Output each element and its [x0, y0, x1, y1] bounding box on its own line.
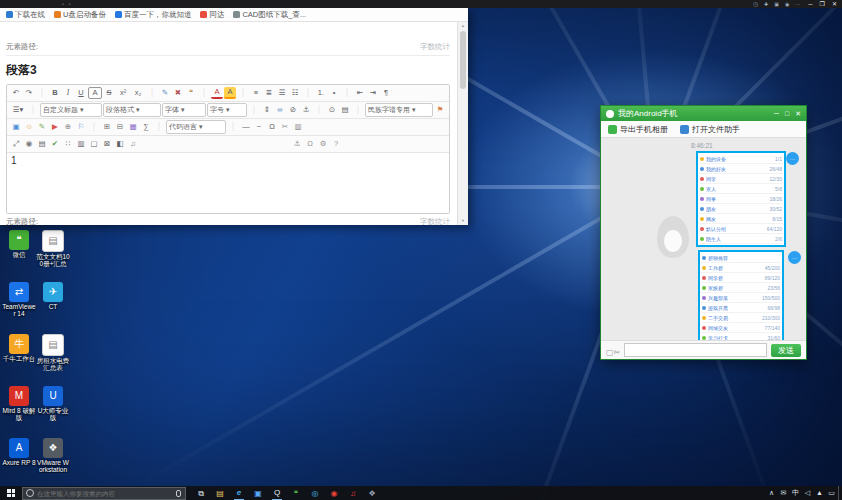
action-center-icon[interactable]: ▭ — [828, 486, 835, 500]
font-size-dropdown[interactable]: 字号 ▾ — [207, 103, 247, 117]
delete-table-icon[interactable]: ⊟ — [114, 121, 126, 133]
browser-menu-icon[interactable]: ⋯ — [795, 0, 800, 8]
line-height-icon[interactable]: ⇕ — [261, 104, 273, 116]
desktop-icon[interactable]: 牛 千牛工作台 — [2, 334, 36, 369]
extension-icon[interactable]: ▣ — [774, 0, 779, 8]
task-view-icon[interactable]: ⧉ — [196, 487, 206, 500]
desktop-icon[interactable]: ▤ 范文文档100册+汇总 — [36, 230, 70, 265]
superscript-icon[interactable]: x² — [116, 87, 130, 99]
horizontal-rule-icon[interactable]: — — [240, 121, 252, 133]
bookmark-item[interactable]: CAD图纸下载_查... — [233, 10, 306, 20]
desktop-icon[interactable]: ❝ 微信 — [2, 230, 36, 265]
scrawl-icon[interactable]: ✎ — [36, 121, 48, 133]
scrollbar[interactable]: ▲ ▼ — [457, 22, 468, 225]
bookmark-item[interactable]: 百度一下，你就知道 — [115, 10, 192, 20]
phone-screenshot-message[interactable]: 我的设备 1/1 我的好友 26/48 同学 12/30 — [696, 151, 786, 247]
vmware-icon[interactable]: ❖ — [367, 487, 377, 500]
print-icon[interactable]: ▤ — [339, 104, 351, 116]
edge-icon[interactable]: e — [234, 486, 244, 500]
chat-bubble-icon[interactable]: … — [788, 251, 801, 264]
omega-icon[interactable]: Ω — [304, 138, 316, 150]
chrome-icon[interactable]: ◉ — [329, 487, 339, 500]
image-icon[interactable]: ▣ — [10, 121, 22, 133]
insert-table-icon[interactable]: ⊞ — [101, 121, 113, 133]
link-icon[interactable]: ∞ — [274, 104, 286, 116]
paste-icon[interactable]: ▥ — [292, 121, 304, 133]
fullscreen-icon[interactable]: ⤢ — [10, 138, 22, 150]
font-color-icon[interactable]: A — [211, 87, 223, 99]
italic-icon[interactable]: I — [62, 87, 74, 99]
settings-icon[interactable]: ⚙ — [317, 138, 329, 150]
screenshot-icon[interactable]: ✂ — [614, 348, 621, 357]
minimize-button[interactable]: ─ — [774, 110, 779, 118]
bookmark-item[interactable]: 下载在线 — [6, 10, 45, 20]
microphone-icon[interactable] — [176, 490, 181, 497]
outdent-icon[interactable]: ⇤ — [354, 87, 366, 99]
maximize-button[interactable]: □ — [785, 110, 789, 118]
video-icon[interactable]: ▶ — [49, 121, 61, 133]
attachment-icon[interactable]: ⊕ — [62, 121, 74, 133]
maximize-button[interactable]: ❐ — [820, 0, 825, 8]
special-chars-icon[interactable]: Ω — [266, 121, 278, 133]
desktop-icon[interactable]: A Axure RP 8 — [2, 438, 36, 473]
dashed-rule-icon[interactable]: ~ — [253, 121, 265, 133]
send-button[interactable]: 发送 — [771, 344, 801, 357]
minimize-button[interactable]: ─ — [808, 0, 812, 8]
ethnic-font-dropdown[interactable]: 民族字谱专用 ▾ — [365, 103, 433, 117]
assistant-tab-button[interactable]: 导出手机相册 — [608, 124, 668, 135]
desktop-icon[interactable]: ✈ CT — [36, 282, 70, 317]
assistant-tab-button[interactable]: 打开文件助手 — [680, 124, 740, 135]
music-icon[interactable]: ♫ — [127, 138, 139, 150]
snapshot-icon[interactable]: ◧ — [114, 138, 126, 150]
search-input[interactable] — [37, 490, 173, 497]
print-preview-icon[interactable]: ▤ — [36, 138, 48, 150]
scroll-up-icon[interactable]: ▲ — [458, 22, 468, 30]
map-icon[interactable]: ⚐ — [75, 121, 87, 133]
phone-screenshot-message[interactable]: 群聊推荐 工作群 45/200 同学群 89/120 — [698, 250, 784, 340]
formula-icon[interactable]: ∑ — [140, 121, 152, 133]
close-button[interactable]: ✕ — [832, 0, 837, 8]
qq-icon[interactable]: Q — [272, 486, 282, 500]
spellcheck-icon[interactable]: ✔ — [49, 138, 61, 150]
scrollbar-thumb[interactable] — [460, 31, 466, 89]
cut-icon[interactable]: ✂ — [279, 121, 291, 133]
extension-icon[interactable]: ◳ — [753, 0, 758, 8]
unlink-icon[interactable]: ⊘ — [287, 104, 299, 116]
extension-icon[interactable]: ◉ — [785, 0, 789, 8]
bold-icon[interactable]: B — [49, 87, 61, 99]
show-desktop-button[interactable] — [838, 486, 842, 500]
unordered-list-icon[interactable]: • — [328, 87, 340, 99]
select-box-icon[interactable]: ▢ — [606, 348, 614, 357]
bookmark-item[interactable]: 同达 — [200, 10, 224, 20]
extension-icon[interactable]: ✚ — [764, 0, 768, 8]
indent-icon[interactable]: ⇥ — [367, 87, 379, 99]
word-count-icon[interactable]: ∷ — [62, 138, 74, 150]
tray-expand-icon[interactable]: ∧ — [768, 486, 775, 500]
scroll-down-icon[interactable]: ▼ — [458, 217, 468, 225]
strikethrough-icon[interactable]: S — [103, 87, 115, 99]
browser-icon[interactable]: ◎ — [310, 487, 320, 500]
drafts-icon[interactable]: ▥ — [75, 138, 87, 150]
font-border-icon[interactable]: A — [88, 87, 102, 99]
start-button[interactable] — [0, 486, 22, 500]
remove-format-icon[interactable]: ✖ — [172, 87, 184, 99]
custom-title-dropdown[interactable]: 自定义标题 ▾ — [40, 103, 102, 117]
align-justify-icon[interactable]: ☷ — [289, 87, 301, 99]
tray-message-icon[interactable]: ✉ — [780, 486, 787, 500]
close-button[interactable]: ✕ — [795, 110, 801, 118]
anchor-small-icon[interactable]: ⚓ — [291, 138, 303, 150]
format-painter-icon[interactable]: ✎ — [159, 87, 171, 99]
style-menu-icon[interactable]: ☰▾ — [10, 104, 26, 116]
align-center-icon[interactable]: ≣ — [263, 87, 275, 99]
music-icon[interactable]: ♫ — [348, 487, 358, 500]
editor-content-area[interactable]: 1 — [7, 153, 449, 213]
message-input[interactable] — [624, 343, 767, 357]
chat-bubble-icon[interactable]: … — [786, 152, 799, 165]
subscript-icon[interactable]: x₂ — [131, 87, 145, 99]
paragraph-icon[interactable]: ¶ — [380, 87, 392, 99]
ordered-list-icon[interactable]: 1. — [315, 87, 327, 99]
undo-icon[interactable]: ↶ — [10, 87, 22, 99]
input-method-indicator[interactable]: 中 — [792, 486, 799, 500]
align-right-icon[interactable]: ☰ — [276, 87, 288, 99]
font-family-dropdown[interactable]: 字体 ▾ — [162, 103, 206, 117]
